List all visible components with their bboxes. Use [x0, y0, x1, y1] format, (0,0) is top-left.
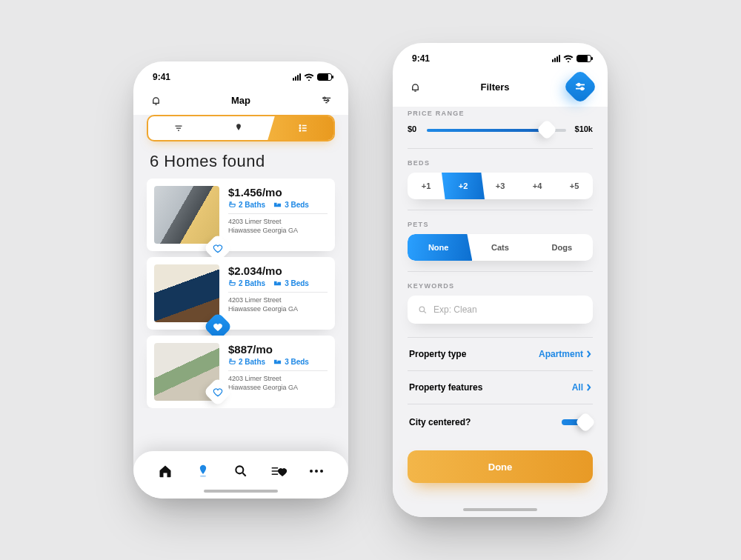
row-value: All [572, 382, 591, 393]
city-centered-row: City centered? [408, 404, 593, 440]
svg-point-5 [200, 475, 206, 477]
svg-point-2 [300, 125, 301, 126]
status-icons [293, 73, 332, 82]
battery-icon [317, 73, 332, 81]
signal-icon [552, 55, 560, 62]
map-content: 6 Homes found $1.456/mo 2 Baths 3 Beds 4… [133, 115, 348, 499]
listing-address: 4203 Limer Street Hiawassee Georgia GA [228, 374, 328, 392]
pets-label: PETS [408, 221, 593, 228]
status-icons [552, 54, 591, 64]
bell-icon[interactable] [148, 93, 163, 107]
property-type-row[interactable]: Property type Apartment [408, 338, 593, 371]
listing-thumb [154, 264, 219, 322]
battery-icon [576, 55, 591, 62]
keywords-input[interactable]: Exp: Clean [408, 296, 593, 324]
row-value: Apartment [539, 349, 591, 359]
svg-point-12 [419, 307, 425, 312]
svg-point-10 [577, 84, 579, 86]
beds-option[interactable]: +2 [442, 173, 485, 199]
status-time: 9:41 [153, 72, 170, 82]
svg-point-9 [320, 470, 323, 473]
listing-address: 4203 Limer Street Hiawassee Georgia GA [228, 217, 328, 235]
keywords-label: KEYWORDS [408, 282, 593, 290]
view-map[interactable] [208, 116, 268, 140]
listing-address: 4203 Limer Street Hiawassee Georgia GA [228, 296, 328, 313]
status-bar: 9:41 [133, 61, 348, 87]
tab-explore[interactable] [193, 461, 213, 481]
price-label: PRICE RANGE [408, 110, 593, 117]
price-slider[interactable]: $0 $10k [408, 123, 593, 138]
wifi-icon [563, 54, 574, 64]
bell-icon[interactable] [408, 79, 422, 94]
property-features-row[interactable]: Property features All [408, 371, 593, 404]
slider-thumb[interactable] [536, 119, 557, 140]
signal-icon [293, 73, 301, 81]
filters-phone: 9:41 Filters PRICE RANGE $0 $10k BEDS [393, 43, 608, 517]
beds-option[interactable]: +3 [482, 173, 519, 199]
svg-point-3 [300, 127, 301, 128]
row-label: Property features [409, 382, 482, 393]
svg-point-6 [236, 466, 243, 473]
beds-option[interactable]: +1 [408, 173, 445, 199]
row-label: Property type [409, 349, 466, 359]
svg-point-8 [315, 470, 318, 473]
keywords-placeholder: Exp: Clean [433, 304, 477, 315]
beds-option[interactable]: +5 [556, 173, 593, 199]
view-list[interactable] [268, 115, 333, 141]
listing-price: $887/mo [228, 343, 328, 356]
home-indicator [463, 508, 537, 511]
pets-option[interactable]: Cats [469, 234, 531, 261]
listing-card[interactable]: $887/mo 2 Baths 3 Beds 4203 Limer Street… [147, 336, 335, 408]
svg-point-0 [323, 97, 325, 99]
pets-selector: None Cats Dogs [408, 234, 593, 261]
listings: $1.456/mo 2 Baths 3 Beds 4203 Limer Stre… [133, 179, 348, 408]
listing-card[interactable]: $2.034/mo 2 Baths 3 Beds 4203 Limer Stre… [147, 257, 335, 330]
city-centered-toggle[interactable] [562, 416, 591, 429]
filters-content: PRICE RANGE $0 $10k BEDS +1 +2 +3 +4 +5 … [393, 107, 608, 517]
listing-meta: 2 Baths 3 Beds [228, 201, 328, 209]
beds-selector: +1 +2 +3 +4 +5 [408, 173, 593, 199]
svg-point-11 [581, 87, 583, 90]
tab-bar [133, 451, 348, 499]
page-title: Filters [480, 81, 509, 93]
slider-fill [427, 129, 545, 132]
filters-active-icon[interactable] [562, 69, 598, 104]
map-phone: 9:41 Map 6 Homes [133, 61, 348, 499]
chevron-right-icon [586, 350, 591, 358]
filters-header: Filters [393, 68, 608, 107]
price-max: $10k [575, 124, 593, 133]
results-heading: 6 Homes found [133, 152, 348, 179]
beds-option[interactable]: +4 [519, 173, 556, 199]
pets-option[interactable]: None [408, 234, 472, 261]
listing-meta: 2 Baths 3 Beds [228, 358, 328, 366]
view-toggle [147, 115, 335, 141]
tab-more[interactable] [306, 461, 327, 481]
filters-icon[interactable] [319, 93, 333, 107]
beds-label: BEDS [408, 159, 593, 167]
done-button[interactable]: Done [408, 450, 593, 483]
home-indicator [204, 490, 278, 493]
row-label: City centered? [409, 417, 471, 427]
chevron-right-icon [586, 384, 591, 391]
search-icon [418, 305, 428, 315]
tab-search[interactable] [230, 461, 251, 481]
status-bar: 9:41 [393, 43, 608, 68]
view-filter[interactable] [148, 116, 208, 140]
pets-option[interactable]: Dogs [531, 234, 593, 261]
listing-thumb [154, 186, 219, 244]
listing-price: $2.034/mo [228, 264, 328, 277]
svg-point-7 [310, 470, 313, 473]
wifi-icon [304, 73, 314, 82]
price-min: $0 [408, 124, 416, 133]
svg-point-4 [300, 130, 301, 131]
svg-point-1 [327, 99, 329, 101]
listing-meta: 2 Baths 3 Beds [228, 279, 328, 287]
listing-price: $1.456/mo [228, 186, 328, 199]
page-title: Map [231, 95, 250, 106]
tab-home[interactable] [155, 461, 176, 481]
listing-card[interactable]: $1.456/mo 2 Baths 3 Beds 4203 Limer Stre… [147, 179, 335, 251]
status-time: 9:41 [412, 53, 430, 64]
tab-favorites[interactable] [268, 461, 289, 481]
map-header: Map [133, 87, 348, 115]
